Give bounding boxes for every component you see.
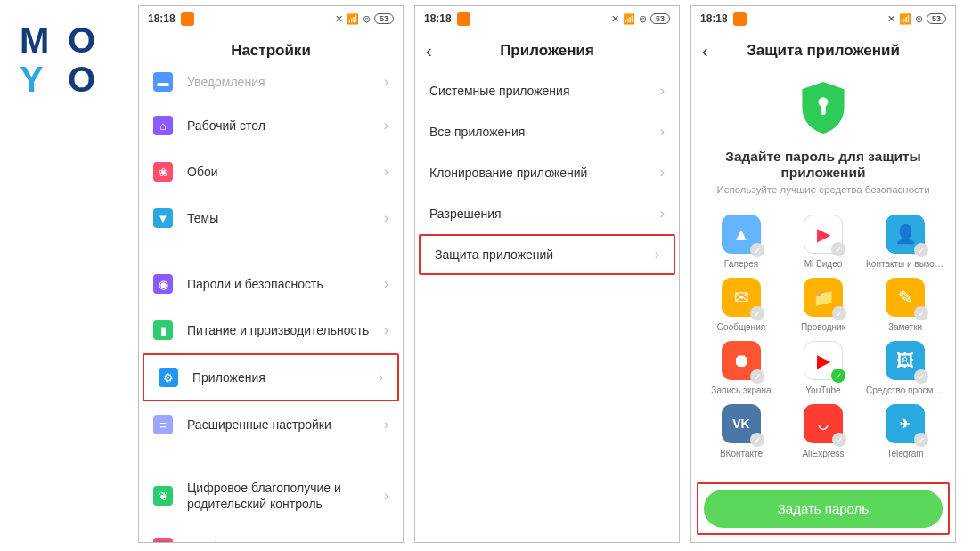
row-apps[interactable]: ⚙ Приложения › (143, 353, 399, 401)
row-wallpaper[interactable]: ❀ Обои › (139, 149, 403, 195)
phone-screen-settings: 18:18 ✕ 📶 ⊚ 53 Настройки ▬ Уведомления ›… (138, 5, 404, 543)
unchecked-badge-icon: ✓ (831, 242, 845, 256)
back-button[interactable]: ‹ (702, 42, 708, 60)
app-item[interactable]: ✎✓Заметки (864, 278, 946, 332)
page-title: Защита приложений (747, 42, 900, 60)
logo-letter-y: Y (20, 61, 61, 97)
unchecked-badge-icon: ✓ (914, 369, 928, 384)
chevron-right-icon: › (384, 488, 388, 504)
wellbeing-icon: ❦ (153, 486, 173, 506)
row-battery-perf[interactable]: ▮ Питание и производительность › (139, 307, 403, 353)
sliders-icon: ≡ (153, 415, 173, 434)
app-icon: ▶✓ (804, 215, 843, 254)
app-item[interactable]: ▶✓Mi Видео (782, 215, 864, 269)
chevron-right-icon: › (660, 206, 665, 222)
app-icon: 🖼✓ (886, 341, 925, 380)
logo-letter-o1: O (68, 22, 109, 58)
row-permissions[interactable]: Разрешения › (415, 193, 679, 234)
chevron-right-icon: › (379, 369, 383, 385)
logo-letter-o2: O (68, 61, 109, 97)
screen-header: ‹ Защита приложений (691, 31, 955, 70)
row-passwords-security[interactable]: ◉ Пароли и безопасность › (139, 261, 403, 307)
app-label: Сообщения (717, 322, 765, 332)
gear-icon: ⚙ (159, 368, 178, 387)
wifi-icon: ⊚ (363, 13, 371, 25)
chevron-right-icon: › (660, 124, 665, 140)
chevron-right-icon: › (660, 83, 665, 99)
set-password-button[interactable]: Задать пароль (704, 490, 943, 528)
battery-indicator: 53 (927, 13, 946, 24)
unchecked-badge-icon: ✓ (914, 433, 928, 447)
app-label: ВКонтакте (720, 449, 763, 458)
app-label: Проводник (801, 322, 845, 332)
unchecked-badge-icon: ✓ (832, 306, 846, 320)
svg-rect-1 (821, 103, 825, 115)
app-item[interactable]: 📁✓Проводник (782, 278, 864, 332)
row-themes[interactable]: ▼ Темы › (139, 195, 403, 241)
app-item[interactable]: 👤✓Контакты и вызовы (864, 215, 946, 269)
chevron-right-icon: › (384, 117, 388, 134)
row-digital-wellbeing[interactable]: ❦ Цифровое благополучие и родительский к… (139, 467, 403, 524)
app-item[interactable]: ✈✓Telegram (864, 404, 946, 458)
row-system-apps[interactable]: Системные приложения › (415, 70, 679, 111)
app-icon: ⏺✓ (722, 341, 761, 380)
app-icon: ▶✓ (804, 341, 843, 380)
page-title: Приложения (500, 42, 594, 60)
notifications-icon: ▬ (153, 72, 173, 92)
app-label: Средство просмотр… (866, 385, 944, 395)
back-button[interactable]: ‹ (426, 42, 432, 60)
status-bar: 18:18 ✕ 📶 ⊚ 53 (139, 6, 403, 31)
wifi-icon: ⊚ (639, 13, 647, 25)
app-icon: ✎✓ (886, 278, 925, 317)
row-accessibility[interactable]: ♿ Особые возможности › (139, 524, 403, 542)
app-item[interactable]: ⏺✓Запись экрана (700, 341, 782, 395)
app-label: Галерея (724, 259, 758, 269)
app-label: Заметки (888, 322, 922, 332)
app-label: Контакты и вызовы (866, 259, 944, 269)
chevron-right-icon: › (655, 247, 659, 263)
themes-icon: ▼ (153, 208, 173, 228)
page-title: Настройки (231, 42, 311, 60)
status-time: 18:18 (148, 12, 176, 25)
unchecked-badge-icon: ✓ (914, 243, 928, 257)
dnd-icon: ✕ (611, 13, 619, 25)
status-bar: 18:18 ✕ 📶 ⊚ 53 (415, 6, 679, 31)
settings-list[interactable]: ▬ Уведомления › ⌂ Рабочий стол › ❀ Обои … (139, 70, 403, 542)
app-icon: 👤✓ (886, 215, 925, 254)
app-item[interactable]: ✉✓Сообщения (700, 278, 782, 332)
wifi-icon: ⊚ (915, 13, 923, 25)
app-item[interactable]: ▶✓YouTube (782, 341, 864, 395)
chevron-right-icon: › (384, 74, 388, 90)
chevron-right-icon: › (384, 417, 388, 433)
app-icon: 📁✓ (804, 278, 843, 317)
app-label: Mi Видео (804, 259, 843, 269)
phone-screen-applock: 18:18 ✕ 📶 ⊚ 53 ‹ Защита приложений Задай… (690, 5, 956, 543)
app-label: Telegram (886, 449, 923, 458)
row-notifications[interactable]: ▬ Уведомления › (139, 70, 403, 102)
wallpaper-icon: ❀ (153, 162, 173, 182)
dnd-icon: ✕ (887, 13, 895, 25)
notification-badge-icon (181, 12, 194, 26)
row-all-apps[interactable]: Все приложения › (415, 111, 679, 152)
row-clone-apps[interactable]: Клонирование приложений › (415, 152, 679, 193)
row-home-screen[interactable]: ⌂ Рабочий стол › (139, 102, 403, 149)
app-item[interactable]: 🖼✓Средство просмотр… (864, 341, 946, 395)
chevron-right-icon: › (384, 276, 388, 292)
app-icon: ◡✓ (804, 404, 843, 443)
app-item[interactable]: VK✓ВКонтакте (700, 404, 782, 458)
status-bar: 18:18 ✕ 📶 ⊚ 53 (691, 6, 955, 31)
row-advanced-settings[interactable]: ≡ Расширенные настройки › (139, 401, 403, 448)
status-time: 18:18 (700, 12, 728, 25)
dnd-icon: ✕ (335, 13, 343, 25)
app-label: YouTube (805, 385, 840, 395)
app-item[interactable]: ▲✓Галерея (700, 215, 782, 269)
signal-icon: 📶 (623, 13, 635, 25)
apps-list[interactable]: Системные приложения › Все приложения › … (415, 70, 679, 542)
brand-logo: M O Y O (0, 0, 138, 97)
row-app-lock[interactable]: Защита приложений › (419, 234, 675, 275)
unchecked-badge-icon: ✓ (832, 433, 846, 447)
cta-highlight: Задать пароль (697, 482, 950, 535)
logo-letter-m: M (20, 22, 61, 58)
app-item[interactable]: ◡✓AliExpress (782, 404, 864, 458)
battery-icon: ▮ (153, 320, 173, 340)
